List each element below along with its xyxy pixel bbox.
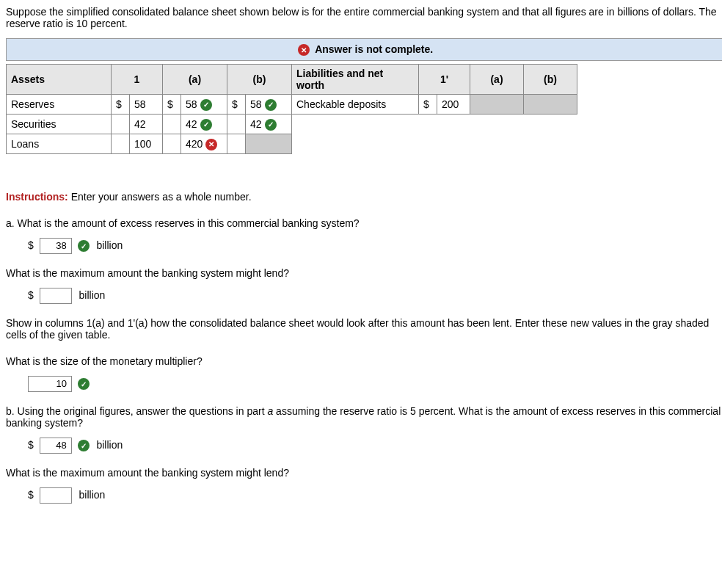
liab-a-cell[interactable] (470, 95, 524, 115)
dollar-sign: $ (163, 95, 181, 115)
securities-label: Securities (7, 115, 112, 134)
answer-a2-line: $ billion (28, 288, 722, 304)
liab-b-cell[interactable] (524, 95, 577, 115)
question-a3: Show in columns 1(a) and 1'(a) how the c… (6, 317, 722, 341)
reserves-label: Reserves (7, 95, 112, 115)
instructions-text: Enter your answers as a whole number. (68, 191, 252, 203)
col-a-header: (a) (163, 65, 227, 95)
banner-text: Answer is not complete. (315, 43, 433, 55)
assets-header: Assets (7, 65, 112, 95)
securities-1: 42 (130, 115, 163, 134)
col-b2-header: (b) (524, 65, 577, 95)
check-icon: ✓ (78, 378, 90, 390)
unit-label: billion (96, 239, 123, 251)
check-icon: ✓ (78, 440, 90, 451)
answer-b2-input[interactable] (40, 487, 72, 504)
x-icon: ✕ (205, 139, 217, 150)
instructions-line: Instructions: Enter your answers as a wh… (6, 191, 722, 203)
check-icon: ✓ (200, 99, 212, 111)
answer-a-input[interactable]: 38 (40, 238, 72, 254)
row-reserves: Reserves $ 58 $ 58✓ $ 58✓ Checkable depo… (7, 95, 577, 115)
question-b: b. Using the original figures, answer th… (6, 405, 722, 429)
securities-a-cell[interactable]: 42✓ (181, 115, 227, 134)
reserves-1: 58 (130, 95, 163, 115)
question-a: a. What is the amount of excess reserves… (6, 217, 722, 229)
question-a2: What is the maximum amount the banking s… (6, 267, 722, 279)
loans-b-cell[interactable] (246, 134, 292, 154)
problem-statement: Suppose the simplified consolidated bala… (6, 6, 722, 29)
dollar-sign: $ (419, 95, 437, 115)
dollar-sign: $ (28, 439, 34, 451)
status-banner: ✕ Answer is not complete. (6, 38, 722, 61)
answer-b-input[interactable]: 48 (40, 438, 72, 454)
unit-label: billion (79, 289, 106, 301)
answer-a4-line: 10 ✓ (28, 376, 722, 392)
col-b-header: (b) (227, 65, 292, 95)
loans-a-cell[interactable]: 420✕ (181, 134, 227, 154)
col-1-header: 1 (112, 65, 163, 95)
answer-a-line: $ 38 ✓ billion (28, 238, 722, 254)
dollar-sign: $ (227, 95, 246, 115)
checkable-label: Checkable deposits (292, 95, 419, 115)
dollar-sign: $ (112, 95, 130, 115)
check-icon: ✓ (265, 99, 277, 111)
check-icon: ✓ (200, 119, 212, 131)
securities-b-cell[interactable]: 42✓ (246, 115, 292, 134)
check-icon: ✓ (265, 119, 277, 131)
check-icon: ✓ (78, 240, 90, 252)
answer-b2-line: $ billion (28, 487, 722, 504)
liab-header: Liabilities and net worth (292, 65, 419, 95)
dollar-sign: $ (28, 239, 34, 251)
unit-label: billion (79, 489, 106, 501)
answer-a2-input[interactable] (40, 288, 72, 304)
dollar-sign: $ (28, 489, 34, 501)
reserves-a-cell[interactable]: 58✓ (181, 95, 227, 115)
question-a4: What is the size of the monetary multipl… (6, 355, 722, 367)
answer-a4-input[interactable]: 10 (28, 376, 72, 392)
instructions-label: Instructions: (6, 191, 68, 203)
x-icon: ✕ (298, 44, 310, 56)
loans-1: 100 (130, 134, 163, 154)
question-b2: What is the maximum amount the banking s… (6, 467, 722, 479)
col-a2-header: (a) (470, 65, 524, 95)
reserves-b-cell[interactable]: 58✓ (246, 95, 292, 115)
unit-label: billion (96, 439, 123, 451)
dollar-sign: $ (28, 289, 34, 301)
loans-label: Loans (7, 134, 112, 154)
row-loans: Loans 100 420✕ (7, 134, 577, 154)
row-securities: Securities 42 42✓ 42✓ (7, 115, 577, 134)
col-1p-header: 1' (419, 65, 470, 95)
balance-sheet-table: Assets 1 (a) (b) Liabilities and net wor… (6, 64, 577, 154)
checkable-1: 200 (437, 95, 470, 115)
answer-b-line: $ 48 ✓ billion (28, 438, 722, 454)
